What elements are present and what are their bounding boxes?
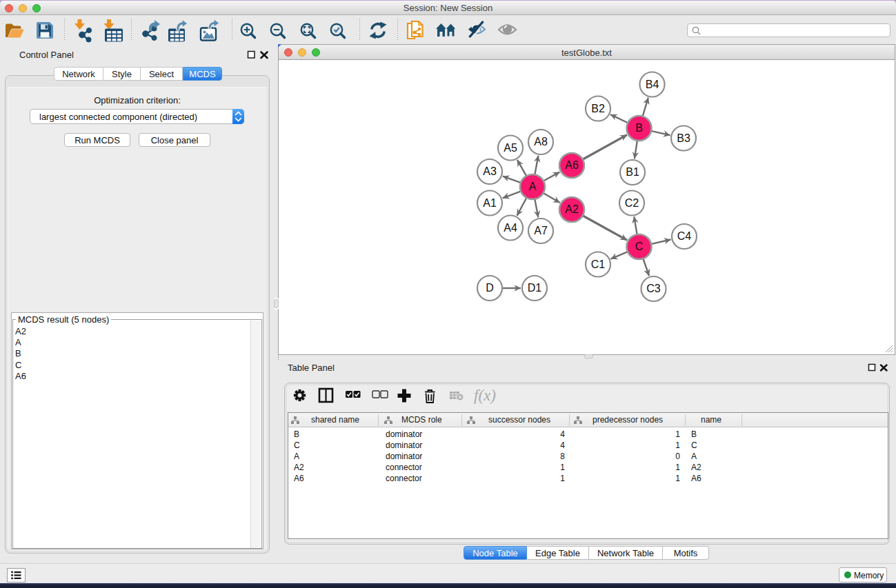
svg-text:C3: C3: [646, 283, 661, 294]
svg-text:D1: D1: [528, 282, 542, 294]
svg-text:B1: B1: [626, 166, 639, 178]
svg-text:A7: A7: [534, 225, 548, 236]
svg-text:A8: A8: [534, 136, 548, 148]
svg-text:B: B: [635, 122, 643, 134]
svg-text:B4: B4: [646, 79, 659, 90]
svg-text:D: D: [486, 282, 494, 294]
svg-text:A1: A1: [483, 197, 497, 209]
svg-text:A: A: [529, 181, 537, 192]
svg-text:C: C: [635, 241, 644, 252]
svg-text:B3: B3: [677, 132, 690, 144]
svg-text:A4: A4: [504, 222, 517, 234]
svg-text:A3: A3: [483, 165, 497, 177]
svg-text:C1: C1: [591, 258, 606, 270]
svg-text:C2: C2: [625, 197, 639, 209]
svg-text:A6: A6: [565, 159, 579, 171]
svg-text:B2: B2: [591, 103, 605, 114]
svg-text:A5: A5: [504, 142, 517, 154]
svg-text:f(x): f(x): [474, 387, 496, 404]
svg-text:C4: C4: [677, 230, 692, 242]
svg-text:A2: A2: [565, 203, 579, 215]
